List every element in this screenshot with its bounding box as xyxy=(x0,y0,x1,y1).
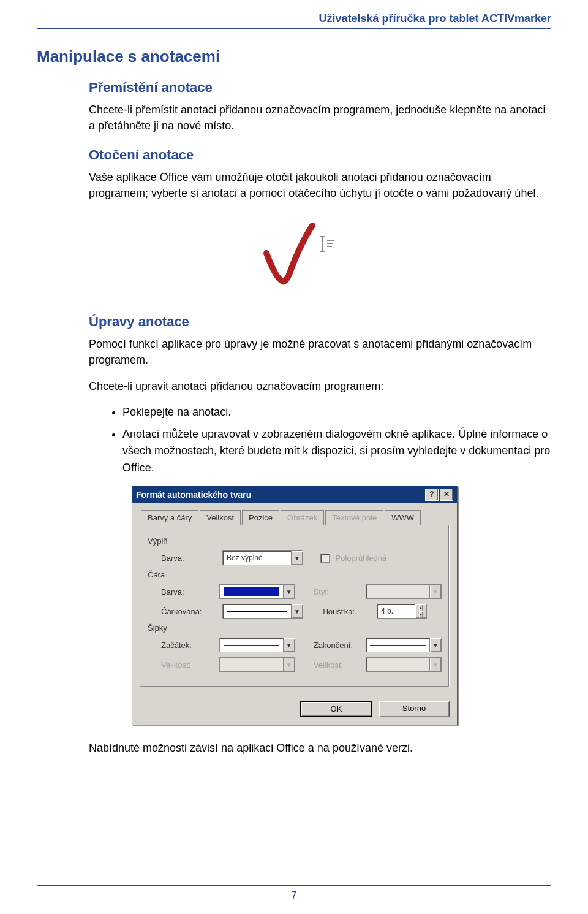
arrow-end-preview xyxy=(370,645,426,646)
combo-velikost-zakonceni: ▼ xyxy=(366,657,442,672)
group-sipky: Šipky xyxy=(148,623,442,633)
paragraph-otoceni: Vaše aplikace Office vám umožňuje otočit… xyxy=(37,169,551,201)
heading-otoceni: Otočení anotace xyxy=(37,147,551,163)
combo-styl: ▼ xyxy=(366,584,442,599)
chevron-down-icon: ▼ xyxy=(283,638,295,652)
heading-manipulace: Manipulace s anotacemi xyxy=(37,47,551,66)
tab-velikost[interactable]: Velikost xyxy=(200,510,241,525)
color-swatch xyxy=(224,587,279,596)
combo-zacatek[interactable]: ▼ xyxy=(219,638,295,652)
heading-premisteni: Přemístění anotace xyxy=(37,80,551,96)
tab-pozice[interactable]: Pozice xyxy=(242,510,279,525)
header-title: Uživatelská příručka pro tablet ACTIVmar… xyxy=(37,12,551,29)
chevron-down-icon: ▼ xyxy=(291,604,303,618)
close-icon[interactable]: ✕ xyxy=(440,489,453,501)
dialog-title: Formát automatického tvaru xyxy=(136,490,251,500)
line-preview xyxy=(227,611,287,612)
tab-barvy-a-cary[interactable]: Barvy a čáry xyxy=(141,510,198,525)
label-velikost-zacatek: Velikost: xyxy=(161,660,213,669)
chevron-down-icon: ▼ xyxy=(429,658,441,671)
chevron-down-icon: ▼ xyxy=(291,551,303,565)
checkbox-polopruhledna xyxy=(320,554,330,563)
page-number: 7 xyxy=(37,885,551,902)
label-tloustka: Tloušťka: xyxy=(322,607,371,616)
ok-button[interactable]: OK xyxy=(300,701,372,717)
checkmark-figure xyxy=(37,213,551,295)
heading-upravy: Úpravy anotace xyxy=(37,314,551,330)
chevron-down-icon: ▼ xyxy=(429,638,441,652)
combo-velikost-zacatek: ▼ xyxy=(219,657,295,672)
group-cara: Čára xyxy=(148,570,442,579)
paragraph-upravy-1: Pomocí funkcí aplikace pro úpravy je mož… xyxy=(37,336,551,368)
tab-www[interactable]: WWW xyxy=(385,510,421,525)
combo-barva-vypln[interactable]: Bez výplně ▼ xyxy=(222,550,303,565)
tab-textove-pole[interactable]: Textové pole xyxy=(325,510,383,525)
combo-zakonceni[interactable]: ▼ xyxy=(366,638,442,652)
label-velikost-zakonceni: Velikost: xyxy=(314,660,360,669)
spin-tloustka[interactable]: 4 b. ▲▼ xyxy=(377,604,427,619)
chevron-down-icon: ▼ xyxy=(283,585,295,598)
paragraph-closing: Nabídnuté možnosti závisí na aplikaci Of… xyxy=(37,740,551,756)
help-icon[interactable]: ? xyxy=(425,489,439,501)
cancel-button[interactable]: Storno xyxy=(379,701,450,717)
label-barva-cara: Barva: xyxy=(161,587,213,596)
chevron-down-icon: ▼ xyxy=(283,658,295,671)
paragraph-upravy-2: Chcete-li upravit anotaci přidanou označ… xyxy=(37,378,551,394)
label-zakonceni: Zakončení: xyxy=(314,641,360,650)
label-styl: Styl: xyxy=(314,587,360,596)
paragraph-premisteni: Chcete-li přemístit anotaci přidanou ozn… xyxy=(37,102,551,134)
format-dialog: Formát automatického tvaru ? ✕ Barvy a č… xyxy=(132,486,458,725)
list-item: Anotaci můžete upravovat v zobrazeném di… xyxy=(123,426,551,478)
list-item: Poklepejte na anotaci. xyxy=(123,404,551,421)
combo-barva-cara[interactable]: ▼ xyxy=(219,584,295,599)
tab-obrazek[interactable]: Obrázek xyxy=(281,510,324,525)
label-barva-vypln: Barva: xyxy=(161,554,216,563)
group-vypln: Výplň xyxy=(148,536,442,546)
arrow-start-preview xyxy=(224,645,279,646)
label-carkovana: Čárkovaná: xyxy=(161,607,216,616)
spin-arrows: ▲▼ xyxy=(415,604,426,618)
label-zacatek: Začátek: xyxy=(161,641,213,650)
combo-carkovana[interactable]: ▼ xyxy=(222,604,303,619)
label-polopruhledna: Poloprůhledná xyxy=(335,554,386,563)
chevron-down-icon: ▼ xyxy=(429,585,441,598)
